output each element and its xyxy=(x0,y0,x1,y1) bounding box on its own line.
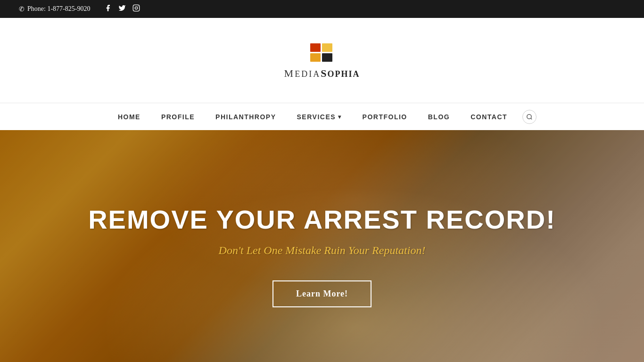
logo-media: MEDIA xyxy=(284,67,321,79)
svg-point-2 xyxy=(138,6,138,7)
svg-point-1 xyxy=(135,7,138,9)
phone-icon: ✆ xyxy=(19,5,25,13)
facebook-icon[interactable] xyxy=(104,4,112,14)
social-icons-group xyxy=(104,4,140,14)
logo-sophia: SOPHIA xyxy=(321,67,360,79)
nav-portfolio[interactable]: PORTFOLIO xyxy=(352,103,418,130)
svg-rect-4 xyxy=(310,53,321,62)
nav-contact[interactable]: CONTACT xyxy=(460,103,518,130)
main-nav: HOME PROFILE PHILANTHROPY SERVICES PORTF… xyxy=(0,103,644,130)
logo-icon xyxy=(308,41,336,65)
svg-point-7 xyxy=(527,114,531,118)
twitter-icon[interactable] xyxy=(118,4,126,14)
phone-info: ✆ Phone: 1-877-825-9020 xyxy=(19,5,90,13)
nav-services[interactable]: SERVICES xyxy=(287,103,352,130)
nav-profile[interactable]: PROFILE xyxy=(151,103,205,130)
hero-subtitle: Don't Let One Mistake Ruin Your Reputati… xyxy=(219,244,426,257)
learn-more-button[interactable]: Learn More! xyxy=(272,280,372,307)
site-header: MEDIASOPHIA xyxy=(0,18,644,103)
search-button[interactable] xyxy=(522,110,537,124)
svg-rect-5 xyxy=(322,43,332,52)
nav-home[interactable]: HOME xyxy=(107,103,151,130)
logo-text: MEDIASOPHIA xyxy=(284,67,360,80)
top-bar: ✆ Phone: 1-877-825-9020 xyxy=(0,0,644,18)
nav-philanthropy[interactable]: PHILANTHROPY xyxy=(205,103,286,130)
logo[interactable]: MEDIASOPHIA xyxy=(284,41,360,80)
svg-line-8 xyxy=(531,118,532,119)
phone-number: Phone: 1-877-825-9020 xyxy=(27,5,90,13)
hero-section: REMOVE YOUR ARREST RECORD! Don't Let One… xyxy=(0,130,644,362)
hero-title: REMOVE YOUR ARREST RECORD! xyxy=(88,204,556,235)
svg-rect-6 xyxy=(322,53,332,62)
hero-content: REMOVE YOUR ARREST RECORD! Don't Let One… xyxy=(0,130,644,362)
svg-rect-0 xyxy=(133,5,140,11)
svg-rect-3 xyxy=(310,43,321,52)
nav-blog[interactable]: BLOG xyxy=(418,103,460,130)
instagram-icon[interactable] xyxy=(132,4,140,14)
search-icon xyxy=(526,114,533,120)
